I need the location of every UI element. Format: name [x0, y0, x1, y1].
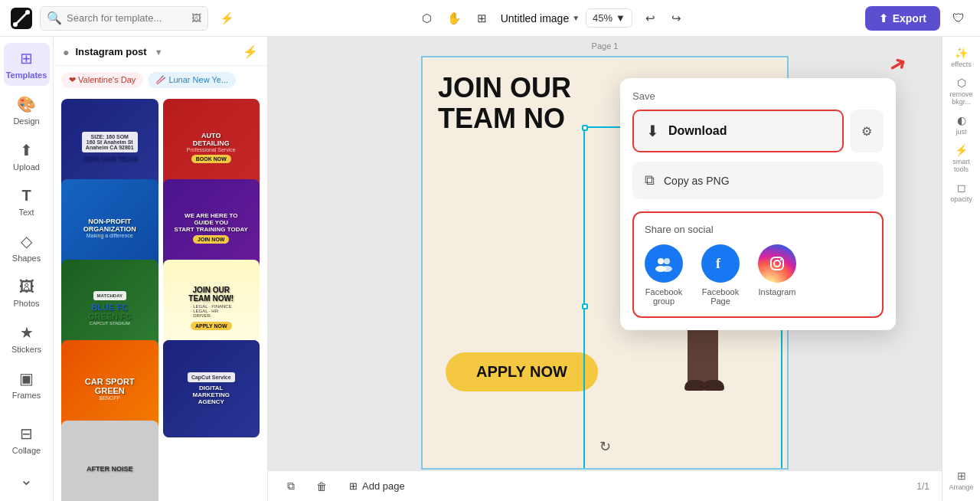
sel-handle-ml[interactable] [582, 303, 588, 309]
sidebar-label-templates: Templates [6, 70, 47, 80]
add-page-label: Add page [362, 480, 405, 492]
top-bar-center: ⬡ ✋ ⊞ Untitled image ▼ 45% ▼ ↩ ↪ [245, 6, 859, 31]
sidebar-item-text[interactable]: T Text [4, 181, 50, 223]
instagram-label: Instagram [759, 287, 796, 296]
download-label: Download [668, 124, 727, 138]
zoom-chevron-icon: ▼ [616, 12, 626, 24]
hand-icon[interactable]: ✋ [443, 6, 467, 31]
top-bar: 🔍 🖼 ⚡ ⬡ ✋ ⊞ Untitled image ▼ 45% ▼ ↩ ↪ ⬆… [0, 0, 980, 37]
right-sidebar-smart-tools[interactable]: ⚡ smarttools [947, 144, 976, 173]
filter-icon[interactable]: ⚡ [214, 6, 239, 31]
undo-button[interactable]: ↩ [639, 6, 663, 31]
sidebar-item-upload[interactable]: ⬆ Upload [4, 135, 50, 178]
right-sidebar-remove-bg[interactable]: ⬡ removebkgr... [947, 77, 976, 106]
sidebar-label-shapes: Shapes [12, 254, 41, 263]
export-icon: ⬆ [879, 12, 888, 25]
social-item-facebook-group[interactable]: Facebookgroup [645, 244, 683, 306]
undo-redo: ↩ ↪ [639, 6, 689, 31]
svg-point-11 [780, 259, 782, 260]
cursor-icon[interactable]: ⬡ [415, 6, 439, 31]
template-card-9[interactable]: AFTER NOISE [61, 421, 158, 501]
templates-icon: ⊞ [20, 49, 33, 67]
export-button[interactable]: ⬆ Export [865, 6, 940, 31]
adjust-icon: ◐ [957, 114, 966, 126]
add-page-button[interactable]: ⊞ Add page [341, 477, 413, 495]
image-search-icon[interactable]: 🖼 [191, 12, 201, 24]
template-grid: SIZE: 160 SOM160 St Anaheim StAnaheim CA… [54, 94, 267, 501]
remove-bg-icon: ⬡ [957, 77, 966, 89]
bottom-bar: ⧉ 🗑 ⊞ Add page 1/1 [268, 470, 942, 501]
sidebar-label-frames: Frames [12, 391, 41, 400]
svg-point-3 [25, 10, 30, 15]
sidebar-label-photos: Photos [13, 299, 39, 308]
sidebar-label-design: Design [13, 116, 39, 126]
zoom-control[interactable]: 45% ▼ [586, 8, 632, 28]
sidebar-item-shapes[interactable]: ◇ Shapes [4, 226, 50, 269]
frames-icon: ▣ [19, 369, 34, 388]
right-sidebar-effects[interactable]: ✨ effects [947, 43, 976, 72]
logo-icon[interactable] [9, 6, 34, 31]
copy-png-button[interactable]: ⧉ Copy as PNG [632, 162, 884, 199]
sidebar-item-more[interactable]: ⌄ [4, 464, 50, 495]
canvas-area: Page 1 JOIN OUR TEAM NO APPLY NOW [268, 37, 942, 501]
settings-icon: ⚙ [861, 124, 872, 139]
sidebar-item-collage[interactable]: ⊟ Collage [4, 418, 50, 461]
doc-title[interactable]: Untitled image ▼ [501, 12, 580, 25]
tag-lunar[interactable]: 🥢 Lunar New Ye... [148, 72, 236, 88]
sidebar-item-templates[interactable]: ⊞ Templates [4, 43, 50, 86]
download-button[interactable]: ⬇ Download [632, 110, 844, 152]
svg-point-10 [774, 260, 780, 267]
smart-tools-icon: ⚡ [955, 144, 968, 156]
copy-png-label: Copy as PNG [664, 175, 730, 187]
facebook-group-label: Facebookgroup [645, 287, 682, 306]
layout-icon[interactable]: ⊞ [470, 6, 495, 31]
copy-icon: ⧉ [645, 172, 655, 188]
social-icons-row: Facebookgroup f FacebookPage [645, 244, 871, 306]
redo-button[interactable]: ↪ [665, 6, 689, 31]
sidebar-item-photos[interactable]: 🖼 Photos [4, 272, 50, 314]
social-item-facebook-page[interactable]: f FacebookPage [701, 244, 740, 306]
main-layout: ⊞ Templates 🎨 Design ⬆ Upload T Text ◇ S… [0, 37, 980, 501]
stickers-icon: ★ [20, 323, 34, 342]
zoom-level: 45% [593, 12, 612, 24]
page-counter: 1/1 [916, 481, 929, 492]
panel-header-icon: ● [63, 46, 69, 58]
download-settings-button[interactable]: ⚙ [850, 110, 884, 152]
top-bar-right: ⬆ Export 🛡 [865, 6, 971, 31]
panel-filter-icon[interactable]: ⚡ [243, 44, 258, 59]
sidebar-label-stickers: Stickers [11, 345, 41, 354]
shapes-icon: ◇ [21, 232, 32, 250]
dropdown-panel: Save ⬇ Download ⚙ ⧉ Copy as PNG Share on… [620, 78, 896, 330]
panel-header-chevron: ▼ [155, 47, 163, 57]
search-input[interactable] [67, 12, 187, 24]
collage-icon: ⊟ [20, 424, 33, 443]
facebook-group-icon [645, 244, 683, 283]
svg-text:f: f [716, 256, 721, 271]
social-item-instagram[interactable]: Instagram [758, 244, 796, 306]
panel-header-label: Instagram post [75, 46, 146, 57]
right-sidebar-arrange[interactable]: ⊞ Arrange [947, 466, 976, 495]
duplicate-icon[interactable]: ⧉ [280, 476, 302, 497]
photos-icon: 🖼 [19, 278, 34, 296]
tag-valentines[interactable]: ❤ Valentine's Day [61, 72, 143, 88]
delete-icon[interactable]: 🗑 [311, 476, 332, 497]
toolbar-icons: ⬡ ✋ ⊞ [415, 6, 495, 31]
sidebar-label-text: Text [18, 208, 34, 217]
rotate-handle[interactable]: ↻ [599, 438, 611, 455]
add-page-icon: ⊞ [349, 480, 358, 492]
doc-title-text: Untitled image [501, 12, 570, 25]
effects-icon: ✨ [955, 47, 968, 59]
shield-icon[interactable]: 🛡 [946, 6, 971, 31]
sidebar-item-design[interactable]: 🎨 Design [4, 89, 50, 132]
tag-row: ❤ Valentine's Day 🥢 Lunar New Ye... [54, 66, 267, 94]
sidebar-item-stickers[interactable]: ★ Stickers [4, 317, 50, 360]
search-bar[interactable]: 🔍 🖼 [40, 6, 208, 31]
more-icon: ⌄ [20, 470, 33, 489]
sidebar-item-frames[interactable]: ▣ Frames [4, 363, 50, 406]
right-sidebar-adjust[interactable]: ◐ just [947, 110, 976, 139]
svg-point-4 [658, 258, 664, 264]
canvas-apply-button: APPLY NOW [446, 352, 598, 391]
template-card-8[interactable]: CapCut Service DIGITALMARKETINGAGENCY [163, 340, 260, 437]
svg-point-7 [662, 266, 672, 272]
right-sidebar-opacity[interactable]: ◻ opacity [947, 178, 976, 207]
